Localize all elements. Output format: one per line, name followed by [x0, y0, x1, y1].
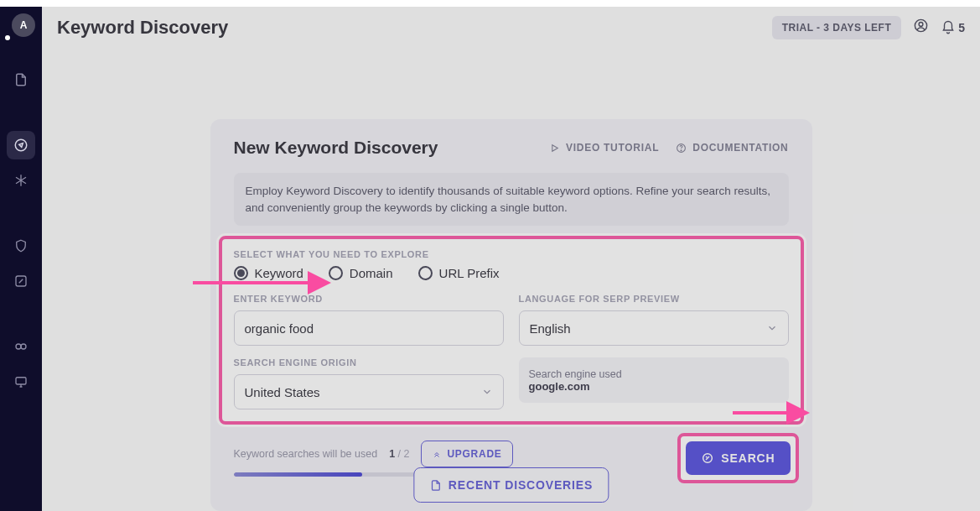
origin-select[interactable]: United States [234, 374, 504, 409]
app-logo[interactable]: A [12, 13, 35, 37]
new-discovery-card: New Keyword Discovery VIDEO TUTORIAL DOC… [210, 119, 812, 511]
radio-keyword[interactable]: Keyword [234, 266, 303, 280]
enter-keyword-label: ENTER KEYWORD [234, 294, 504, 304]
radio-url-prefix-label: URL Prefix [439, 266, 500, 280]
account-icon[interactable] [913, 18, 929, 37]
radio-icon [329, 266, 343, 280]
monitor-icon [13, 374, 29, 389]
usage-progress [234, 472, 428, 477]
search-label: SEARCH [721, 451, 775, 465]
nav-item-documents[interactable] [7, 65, 35, 94]
svg-point-8 [681, 149, 682, 150]
snowflake-icon [13, 173, 29, 188]
notifications[interactable]: 5 [941, 20, 965, 35]
svg-point-3 [21, 344, 26, 349]
video-tutorial-label: VIDEO TUTORIAL [566, 142, 659, 154]
radio-domain-label: Domain [350, 266, 393, 280]
play-icon [549, 143, 560, 154]
origin-label: SEARCH ENGINE ORIGIN [234, 357, 504, 368]
search-button[interactable]: SEARCH [686, 441, 790, 475]
target-icon [701, 451, 714, 465]
usage-label: Keyword searches will be used [234, 448, 378, 460]
logo-text: A [20, 19, 28, 31]
upgrade-button[interactable]: UPGRADE [421, 441, 512, 467]
card-title: New Keyword Discovery [234, 138, 438, 158]
radio-domain[interactable]: Domain [329, 266, 393, 280]
link-icon [13, 339, 29, 354]
nav-item-link[interactable] [7, 332, 35, 361]
help-icon [676, 143, 687, 154]
svg-point-2 [16, 344, 21, 349]
recent-label: RECENT DISCOVERIES [449, 478, 593, 492]
language-select[interactable]: English [519, 310, 789, 346]
notif-count: 5 [958, 21, 965, 34]
content: New Keyword Discovery VIDEO TUTORIAL DOC… [42, 49, 980, 511]
usage-count: 1 / 2 [389, 448, 409, 460]
nav-item-edit[interactable] [7, 267, 35, 295]
document-icon [13, 72, 29, 87]
recent-discoveries-button[interactable]: RECENT DISCOVERIES [413, 467, 609, 503]
svg-point-0 [15, 139, 27, 151]
explore-label: SELECT WHAT YOU NEED TO EXPLORE [234, 249, 789, 259]
radio-url-prefix[interactable]: URL Prefix [418, 266, 500, 280]
chevron-down-icon [766, 322, 778, 334]
origin-value: United States [245, 385, 320, 399]
main-area: Keyword Discovery TRIAL - 3 DAYS LEFT 5 … [42, 7, 980, 511]
edit-icon [13, 274, 29, 289]
bell-icon [941, 20, 956, 35]
svg-point-6 [919, 23, 923, 27]
nav-item-snowflake[interactable] [7, 166, 35, 195]
engine-used-value: google.com [529, 380, 779, 393]
topbar: Keyword Discovery TRIAL - 3 DAYS LEFT 5 [42, 7, 980, 49]
video-tutorial-link[interactable]: VIDEO TUTORIAL [549, 142, 659, 154]
discovery-form: SELECT WHAT YOU NEED TO EXPLORE Keyword … [219, 236, 804, 425]
language-value: English [530, 321, 571, 336]
engine-used-label: Search engine used [529, 368, 779, 380]
intro-text: Employ Keyword Discovery to identify tho… [234, 173, 789, 226]
chevron-down-icon [481, 386, 493, 398]
documentation-link[interactable]: DOCUMENTATION [676, 142, 788, 154]
radio-icon-selected [234, 266, 248, 280]
nav-item-shield[interactable] [7, 232, 35, 260]
double-chevron-up-icon [432, 449, 442, 459]
upgrade-label: UPGRADE [447, 448, 501, 460]
radio-icon [418, 266, 433, 280]
language-label: LANGUAGE FOR SERP PREVIEW [519, 294, 789, 304]
nav-item-keyword-discovery[interactable] [7, 131, 35, 159]
compass-icon [13, 138, 29, 153]
explore-radio-group: Keyword Domain URL Prefix [234, 266, 789, 280]
nav-item-monitor[interactable] [7, 368, 35, 396]
svg-rect-4 [16, 378, 26, 384]
trial-badge[interactable]: TRIAL - 3 DAYS LEFT [772, 16, 901, 39]
document-icon [429, 479, 442, 492]
radio-keyword-label: Keyword [255, 266, 303, 280]
search-highlight: SEARCH [677, 433, 798, 483]
usage-total: 2 [404, 448, 410, 460]
documentation-label: DOCUMENTATION [692, 142, 788, 154]
sidebar: A [0, 7, 42, 511]
keyword-input[interactable] [234, 310, 504, 346]
search-engine-used: Search engine used google.com [519, 357, 789, 403]
page-title: Keyword Discovery [57, 17, 228, 39]
shield-icon [13, 238, 29, 253]
